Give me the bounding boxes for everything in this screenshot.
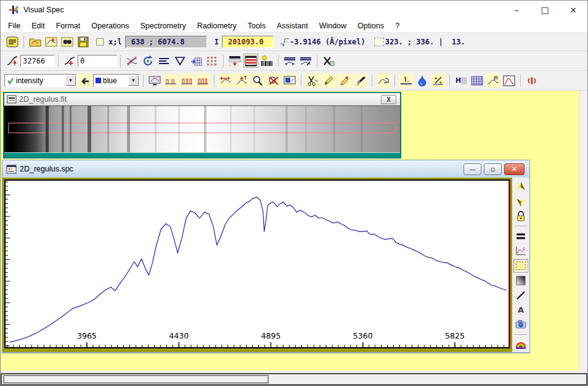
search-icon[interactable] [60,35,75,49]
lines-icon[interactable] [157,54,171,68]
table-export-icon[interactable] [189,54,203,68]
fit-close-button[interactable]: X [381,95,396,104]
menu-window[interactable]: Window [314,20,352,31]
gain-icon[interactable] [5,54,20,68]
undo-curve-icon[interactable] [376,73,391,88]
rotate-icon[interactable] [141,54,155,68]
barcode-icon[interactable] [259,54,274,68]
mdi-horizontal-scrollbar[interactable] [1,373,587,385]
camera-icon[interactable] [513,318,528,331]
menu-edit[interactable]: Edit [26,20,51,31]
fit-title-bar[interactable]: 2D_regulus.fit X [4,93,400,105]
spc-title-bar[interactable]: 2D_regulus.spc — ▫ ✕ [2,160,529,178]
color-select[interactable]: blue ▼ [93,74,140,87]
text-icon[interactable]: A [513,303,528,317]
nav-up-icon[interactable] [513,180,528,194]
equals-icon[interactable] [513,229,528,243]
menu-format[interactable]: Format [51,20,86,31]
display-reference-icon[interactable] [44,35,59,49]
shift-t-icon[interactable] [234,73,249,88]
gradient-icon[interactable] [513,274,528,287]
cut-icon[interactable] [305,73,320,88]
reject-icon[interactable] [321,54,336,68]
monitor-pick-icon[interactable] [147,73,162,88]
audio-icon[interactable] [525,73,539,88]
gain-input[interactable] [20,55,55,67]
brush-icon[interactable] [353,73,368,88]
rainbow-icon[interactable] [513,338,528,351]
close-button[interactable]: × [559,1,587,19]
spc-restore-button[interactable]: ▫ [484,163,502,175]
selection-text: 323. ; 336. | 13. [385,38,465,46]
series-select[interactable]: intensity ▼ [4,74,77,87]
elements-table-icon[interactable] [470,73,484,88]
pencil-icon[interactable] [321,73,336,88]
water-drop-icon[interactable] [415,73,430,88]
continuum-3-icon[interactable] [195,73,210,88]
smooth-a-icon[interactable] [282,54,297,68]
svg-text:H: H [455,76,461,84]
horizontal-scrollbar-thumb[interactable] [3,375,269,384]
menu-spectrometry[interactable]: Spectrometry [134,20,191,31]
offset-input[interactable] [78,55,117,67]
mdi-vertical-scrollbar[interactable] [579,91,587,371]
stripes-icon[interactable] [243,54,258,68]
profile-icon[interactable] [5,35,20,49]
spc-minimize-button[interactable]: — [463,163,481,175]
continuum-2-icon[interactable] [179,73,194,88]
hand-pick-icon[interactable] [78,73,92,88]
absorption-line [305,106,307,152]
menu-options[interactable]: Options [352,20,390,31]
capture-icon[interactable] [282,73,297,88]
planck-icon[interactable] [502,73,517,88]
menu-operations[interactable]: Operations [86,20,134,31]
grid-dots-icon[interactable] [205,54,219,68]
nav-down-icon[interactable] [513,195,528,208]
xl-label: x;l [108,38,122,46]
h-lines-icon[interactable]: H [454,73,468,88]
minimize-button[interactable]: – [502,1,531,19]
select-region-icon[interactable] [513,259,528,273]
check-icon [7,77,14,84]
pencil-new-icon[interactable] [337,73,352,88]
strip-extract-icon[interactable] [227,54,242,68]
intensity-value-field: 201093.0 [222,36,274,48]
zoom-off-icon[interactable] [266,73,281,88]
cross-profiles-icon[interactable] [125,54,139,68]
binning-zone-band[interactable] [8,123,396,133]
zoom-in-icon[interactable] [250,73,265,88]
selection-rect-icon[interactable] [374,38,384,46]
x-tick-label: 3965 [77,331,97,340]
save-icon[interactable] [76,35,91,49]
spc-close-button[interactable]: ✕ [504,163,525,175]
continuum-1-icon[interactable] [163,73,178,88]
open-icon[interactable] [28,35,43,49]
label-curve-icon[interactable] [486,73,500,88]
absorption-line [230,106,232,152]
chevron-down-icon[interactable]: ▼ [65,75,76,86]
menu-help[interactable]: ? [390,20,405,31]
menu-radiometry[interactable]: Radiometry [192,20,242,31]
chart-c-icon[interactable]: c [513,244,528,258]
offset-icon[interactable] [62,54,77,68]
maximize-button[interactable]: □ [531,1,559,19]
spectrum-strip-image[interactable] [4,105,400,152]
menu-tools[interactable]: Tools [242,20,271,31]
xl-checkbox[interactable] [96,38,104,46]
nabla-icon[interactable] [173,54,187,68]
title-bar[interactable]: Visual Spec – □ × [1,1,587,19]
line-icon[interactable] [513,289,528,302]
divide-icon[interactable] [431,73,446,88]
spectrum-plot[interactable]: 39654430489553605825 [4,179,510,348]
absorption-line [333,106,335,152]
color-swatch [96,78,101,83]
svg-text:c: c [523,246,525,251]
menu-file[interactable]: File [2,20,26,31]
menu-assistant[interactable]: Assistant [271,20,314,31]
spc-window-icon [6,165,17,174]
normalize-1-icon[interactable] [399,73,414,88]
smooth-b-icon[interactable] [298,54,313,68]
zoom-h-icon[interactable] [218,73,233,88]
chevron-down-icon[interactable]: ▼ [128,75,139,86]
lock-icon[interactable] [513,210,528,223]
